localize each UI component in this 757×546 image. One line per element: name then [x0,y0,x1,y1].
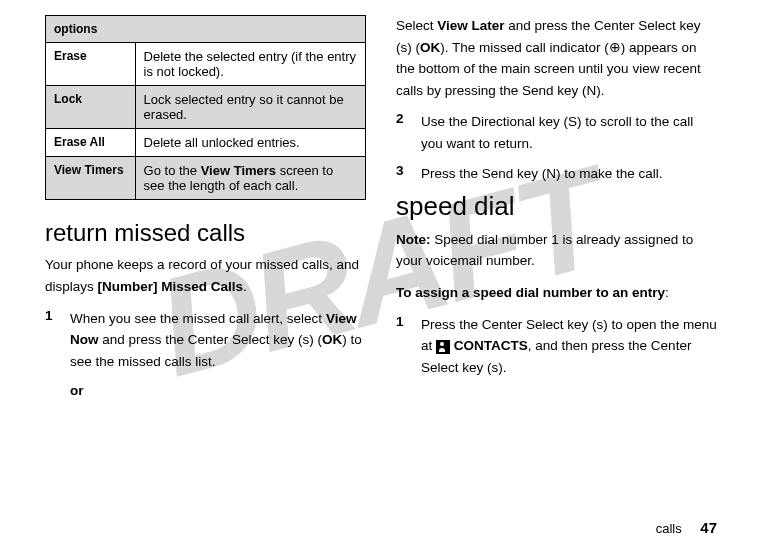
step-text: Press the Center Select key (s) to open … [421,314,717,379]
option-label: Erase [46,43,136,86]
step-number: 3 [396,163,406,185]
speed-dial-step-1: 1 Press the Center Select key (s) to ope… [396,314,717,379]
step-text: Press the Send key (N) to make the call. [421,163,717,185]
page-number: 47 [700,519,717,536]
option-label: View Timers [46,157,136,200]
footer-label: calls [656,521,682,536]
step-text: Use the Directional key (S) to scroll to… [421,111,717,154]
step-text: When you see the missed call alert, sele… [70,308,366,373]
table-row: Lock Lock selected entry so it cannot be… [46,86,366,129]
assign-text: To assign a speed dial number to an entr… [396,282,717,304]
option-desc: Delete the selected entry (if the entry … [135,43,365,86]
continuation-text: Select View Later and press the Center S… [396,15,717,101]
heading-speed-dial: speed dial [396,192,717,221]
note-text: Note: Speed dial number 1 is already ass… [396,229,717,272]
step-number: 1 [396,314,406,379]
page-content: options Erase Delete the selected entry … [0,0,757,516]
step-1: 1 When you see the missed call alert, se… [45,308,366,373]
table-row: View Timers Go to the View Timers screen… [46,157,366,200]
table-row: Erase All Delete all unlocked entries. [46,129,366,157]
option-label: Lock [46,86,136,129]
step-number: 1 [45,308,55,373]
heading-return-missed: return missed calls [45,220,366,246]
step-3: 3 Press the Send key (N) to make the cal… [396,163,717,185]
page-footer: calls 47 [656,519,717,536]
intro-text: Your phone keeps a record of your missed… [45,254,366,297]
left-column: options Erase Delete the selected entry … [45,15,366,506]
table-row: Erase Delete the selected entry (if the … [46,43,366,86]
option-desc: Lock selected entry so it cannot be eras… [135,86,365,129]
step-2: 2 Use the Directional key (S) to scroll … [396,111,717,154]
or-label: or [70,380,366,402]
option-desc: Delete all unlocked entries. [135,129,365,157]
options-table: options Erase Delete the selected entry … [45,15,366,200]
step-number: 2 [396,111,406,154]
right-column: Select View Later and press the Center S… [396,15,717,506]
option-desc: Go to the View Timers screen to see the … [135,157,365,200]
option-label: Erase All [46,129,136,157]
contacts-icon [436,340,450,354]
options-header: options [46,16,366,43]
